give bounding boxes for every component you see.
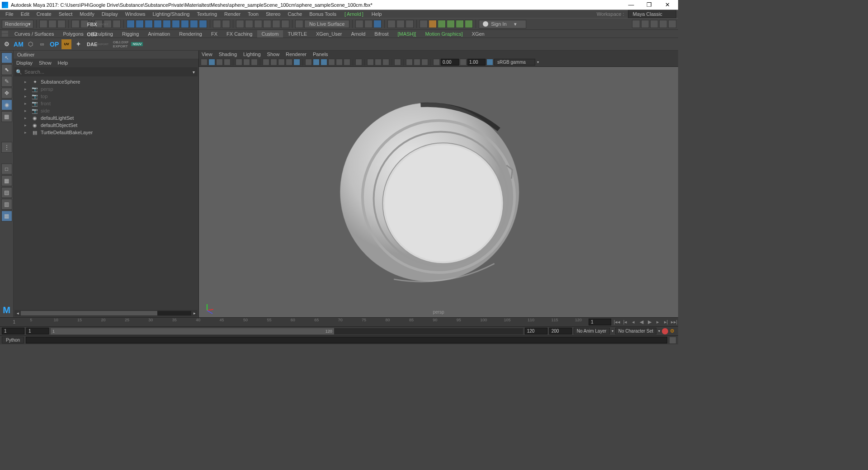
shelf-export-fbx[interactable]: FBXEXPORT	[85, 19, 110, 29]
menu-cache[interactable]: Cache	[284, 11, 306, 17]
vp-res-button[interactable]	[251, 59, 258, 66]
shelf-nsuv-button[interactable]: NSUV	[131, 42, 143, 46]
vp-render-button[interactable]	[406, 59, 413, 66]
menu-modify[interactable]: Modify	[76, 11, 98, 17]
outliner-item-turtledefaultbakelayer[interactable]: ▸▤TurtleDefaultBakeLayer	[14, 129, 198, 136]
render-settings-button[interactable]	[387, 20, 396, 28]
range-end-d[interactable]	[549, 328, 572, 334]
menu-select[interactable]: Select	[55, 11, 76, 17]
hypershade-button[interactable]	[396, 20, 405, 28]
batch-render-button[interactable]	[438, 20, 446, 28]
save-scene-button[interactable]	[57, 20, 66, 28]
vp-camera2-button[interactable]	[208, 59, 215, 66]
layout-btn-4[interactable]	[659, 20, 667, 28]
vp-exposure-icon[interactable]	[433, 59, 440, 66]
vp-colorspace-dropdown[interactable]: sRGB gamma	[494, 59, 535, 66]
snap-c-button[interactable]	[199, 20, 207, 28]
history-button[interactable]	[236, 20, 244, 28]
vp-render3-button[interactable]	[421, 59, 428, 66]
shelf-op-button[interactable]: OP	[49, 39, 60, 49]
menu-toon[interactable]: Toon	[244, 11, 262, 17]
snap-b-button[interactable]	[190, 20, 198, 28]
cancel-batch-button[interactable]	[447, 20, 455, 28]
step-forward-button[interactable]: ▸	[654, 318, 662, 326]
vp-xrayj-button[interactable]	[321, 59, 327, 66]
ipr-button[interactable]	[364, 20, 373, 28]
outliner-item-front[interactable]: ▸📷front	[14, 100, 198, 107]
layout-btn-5[interactable]	[668, 20, 676, 28]
menu-display[interactable]: Display	[98, 11, 122, 17]
outliner-item-side[interactable]: ▸📷side	[14, 107, 198, 114]
outliner-menu-show[interactable]: Show	[39, 60, 52, 66]
menu-file[interactable]: File	[2, 11, 17, 17]
prev-key-button[interactable]: |◂	[621, 318, 629, 326]
lock-button[interactable]	[213, 20, 221, 28]
shelftab-xgen[interactable]: XGen	[467, 30, 489, 38]
snap-live-button[interactable]	[172, 20, 180, 28]
vp-msaa-button[interactable]	[336, 59, 343, 66]
vp-xray-button[interactable]	[313, 59, 320, 66]
menu-lighting-shading[interactable]: Lighting/Shading	[149, 11, 193, 17]
vp-bookmark-button[interactable]	[216, 59, 223, 66]
rotate-tool[interactable]: ◉	[1, 99, 12, 110]
vp-gate-button[interactable]	[243, 59, 250, 66]
shelftab-arnold[interactable]: Arnold	[346, 30, 370, 38]
vp-shaded-button[interactable]	[270, 59, 277, 66]
shelf-gear2-icon[interactable]	[2, 34, 8, 37]
menu-stereo[interactable]: Stereo	[262, 11, 284, 17]
shelftab-bifrost[interactable]: Bifrost	[370, 30, 393, 38]
light-editor-button[interactable]	[406, 20, 414, 28]
command-input[interactable]	[26, 337, 667, 343]
snap-a-button[interactable]	[181, 20, 189, 28]
two-pane-v-button[interactable]: ▥	[1, 199, 12, 210]
next-key-button[interactable]: ▸|	[662, 318, 670, 326]
vp-camera-button[interactable]	[201, 59, 208, 66]
vp-light3-button[interactable]	[382, 59, 389, 66]
shelftab-xgen-user[interactable]: XGen_User	[311, 30, 346, 38]
vp-exposure-field[interactable]	[441, 59, 459, 66]
range-end-c[interactable]	[525, 328, 547, 334]
shelf-glasses-icon[interactable]: ∞	[37, 39, 47, 49]
range-start-a[interactable]	[2, 328, 24, 334]
shelf-export-dae[interactable]: DAEEXPORT	[85, 39, 110, 49]
outliner-menu-help[interactable]: Help	[58, 60, 68, 66]
menu-edit[interactable]: Edit	[17, 11, 33, 17]
new-scene-button[interactable]	[39, 20, 47, 28]
script-editor-button[interactable]	[669, 337, 676, 344]
vp-colormgmt-button[interactable]	[486, 59, 493, 66]
vp-menu-shading[interactable]: Shading	[219, 52, 237, 57]
maximize-button[interactable]: ❐	[640, 1, 658, 8]
menu-create[interactable]: Create	[33, 11, 55, 17]
move-tool[interactable]: ✥	[1, 88, 12, 99]
shelf-export-obj[interactable]: OBJEXPORT	[85, 29, 110, 39]
four-pane-button[interactable]: ▦	[1, 175, 12, 186]
construction-button[interactable]	[245, 20, 253, 28]
shelftab-motion-graphics[interactable]: Motion Graphics	[420, 30, 467, 38]
autokey-icon[interactable]	[662, 328, 668, 334]
search-filter-dropdown[interactable]: ▾	[191, 70, 197, 75]
go-end-button[interactable]: ▸▸|	[670, 318, 678, 326]
graph2-button[interactable]	[281, 20, 289, 28]
vp-grid-button[interactable]	[236, 59, 242, 66]
shelf-uv-button[interactable]: UV	[61, 39, 71, 49]
outliner-item-top[interactable]: ▸📷top	[14, 93, 198, 100]
current-frame-field[interactable]	[589, 319, 611, 325]
vp-gamma-icon[interactable]	[460, 59, 467, 66]
graph-button[interactable]	[272, 20, 280, 28]
shelftab-animation[interactable]: Animation	[143, 30, 175, 38]
vp-light2-button[interactable]	[375, 59, 382, 66]
search-input[interactable]	[23, 68, 191, 75]
menu-arnold[interactable]: Arnold	[341, 11, 367, 17]
vp-motion-button[interactable]	[344, 59, 350, 66]
outliner-item-persp[interactable]: ▸📷persp	[14, 85, 198, 93]
vp-dividebtn-1[interactable]	[394, 59, 401, 66]
shelftab-turtle[interactable]: TURTLE	[283, 30, 311, 38]
anim-layer-dropdown[interactable]: No Anim Layer	[574, 328, 610, 334]
outliner-item-defaultlightset[interactable]: ▸◉defaultLightSet	[14, 114, 198, 122]
vp-dot-button[interactable]	[355, 59, 362, 66]
paint-tool[interactable]: ✎	[1, 76, 12, 87]
viewport-canvas[interactable]: persp	[199, 67, 678, 317]
select-tool[interactable]: ↖	[1, 52, 12, 63]
script-lang-dropdown[interactable]: Python	[2, 337, 24, 343]
layout-btn-1[interactable]	[632, 20, 640, 28]
